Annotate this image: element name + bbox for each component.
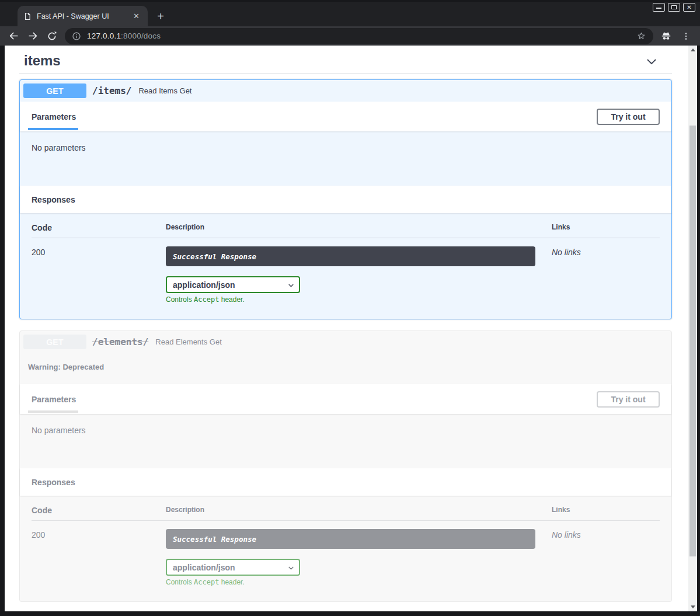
deprecated-warning: Warning: Deprecated <box>20 353 671 384</box>
try-it-out-button[interactable]: Try it out <box>597 109 660 125</box>
tab-title: Fast API - Swagger UI <box>37 12 131 20</box>
vertical-scrollbar[interactable] <box>688 46 697 611</box>
toolbar-right <box>660 30 693 42</box>
parameters-body: No parameters <box>20 131 671 186</box>
scroll-down-icon <box>691 605 695 608</box>
maximize-icon <box>671 5 677 9</box>
section-title: items <box>24 53 61 68</box>
scroll-up-icon <box>691 48 695 51</box>
parameters-header: Parameters Try it out <box>20 102 671 131</box>
endpoint-path: /elements/ <box>92 336 148 347</box>
back-icon <box>8 30 19 41</box>
window-minimize-button[interactable] <box>653 3 665 12</box>
responses-table: Code Description Links 200 Successful Re… <box>32 506 660 586</box>
column-header-description: Description <box>166 223 552 238</box>
no-parameters-message: No parameters <box>32 426 86 435</box>
scrollbar-thumb[interactable] <box>689 126 696 556</box>
forward-icon <box>27 30 39 41</box>
try-it-out-button[interactable]: Try it out <box>597 391 660 408</box>
browser-menu-button[interactable] <box>681 32 691 41</box>
browser-tab-bar: Fast API - Swagger UI ✕ + <box>0 2 700 26</box>
endpoint-summary: Read Elements Get <box>155 337 221 346</box>
star-icon <box>636 31 646 41</box>
tag-section-header[interactable]: items <box>19 53 672 70</box>
column-header-code: Code <box>32 223 166 238</box>
column-header-code: Code <box>32 506 166 521</box>
accept-header-note: Controls Accept header. <box>166 295 552 304</box>
incognito-icon <box>660 30 672 42</box>
response-links: No links <box>552 521 660 586</box>
kebab-menu-icon <box>681 32 691 41</box>
back-button[interactable] <box>7 30 20 43</box>
response-description: Successful Response <box>166 529 535 549</box>
browser-toolbar: 127.0.0.1:8000/docs <box>0 26 700 46</box>
column-header-links: Links <box>552 223 660 238</box>
window-maximize-button[interactable] <box>668 3 680 12</box>
responses-body: Code Description Links 200 Successful Re… <box>20 496 671 601</box>
column-header-links: Links <box>552 506 660 521</box>
page-viewport: items GET /items/ Read Items Get Paramet… <box>5 46 688 611</box>
method-badge: GET <box>23 335 86 349</box>
window-close-button[interactable]: ✕ <box>683 3 695 12</box>
responses-title: Responses <box>32 195 75 204</box>
method-badge: GET <box>23 83 86 98</box>
response-description-cell: Successful Response application/json Con… <box>166 521 552 586</box>
address-bar[interactable]: 127.0.0.1:8000/docs <box>65 28 653 44</box>
opblock-get-items: GET /items/ Read Items Get Parameters Tr… <box>19 79 672 319</box>
no-parameters-message: No parameters <box>32 143 86 152</box>
parameters-body: No parameters <box>20 414 671 468</box>
section-divider <box>19 74 672 74</box>
tab-close-icon[interactable]: ✕ <box>131 12 142 20</box>
chevron-down-icon[interactable] <box>645 54 659 71</box>
window-controls: ✕ <box>653 3 695 12</box>
bookmark-star-button[interactable] <box>636 31 646 41</box>
reload-button[interactable] <box>46 30 58 43</box>
reload-icon <box>47 31 57 41</box>
new-tab-button[interactable]: + <box>153 9 168 24</box>
response-description-cell: Successful Response application/json Con… <box>166 238 552 304</box>
parameters-header: Parameters Try it out <box>20 384 671 414</box>
scrollbar-up-button[interactable] <box>688 46 697 54</box>
forward-button[interactable] <box>26 30 39 43</box>
tab-parameters[interactable]: Parameters <box>32 112 76 121</box>
browser-tab[interactable]: Fast API - Swagger UI ✕ <box>18 6 148 26</box>
page-favicon-icon <box>23 12 32 20</box>
responses-header: Responses <box>20 186 671 213</box>
response-description: Successful Response <box>166 246 535 266</box>
response-code: 200 <box>32 238 166 304</box>
endpoint-path: /items/ <box>92 85 131 96</box>
column-header-description: Description <box>166 506 552 521</box>
opblock-summary[interactable]: GET /items/ Read Items Get <box>20 80 671 102</box>
endpoint-summary: Read Items Get <box>138 86 191 95</box>
opblock-summary[interactable]: GET /elements/ Read Elements Get <box>20 331 671 353</box>
response-code: 200 <box>32 521 166 586</box>
tab-parameters[interactable]: Parameters <box>32 395 76 404</box>
url-text: 127.0.0.1:8000/docs <box>87 32 161 40</box>
response-links: No links <box>552 238 660 304</box>
responses-body: Code Description Links 200 Successful Re… <box>20 213 671 319</box>
site-info-icon[interactable] <box>72 32 81 41</box>
media-type-select[interactable]: application/json <box>166 276 300 293</box>
minimize-icon <box>656 8 661 9</box>
responses-header: Responses <box>20 468 671 496</box>
accept-header-note: Controls Accept header. <box>166 578 552 586</box>
opblock-get-elements-deprecated: GET /elements/ Read Elements Get Warning… <box>19 330 672 602</box>
media-type-select[interactable]: application/json <box>166 559 300 576</box>
scrollbar-down-button[interactable] <box>688 603 697 611</box>
responses-table: Code Description Links 200 Successful Re… <box>32 223 660 304</box>
responses-title: Responses <box>32 478 75 487</box>
